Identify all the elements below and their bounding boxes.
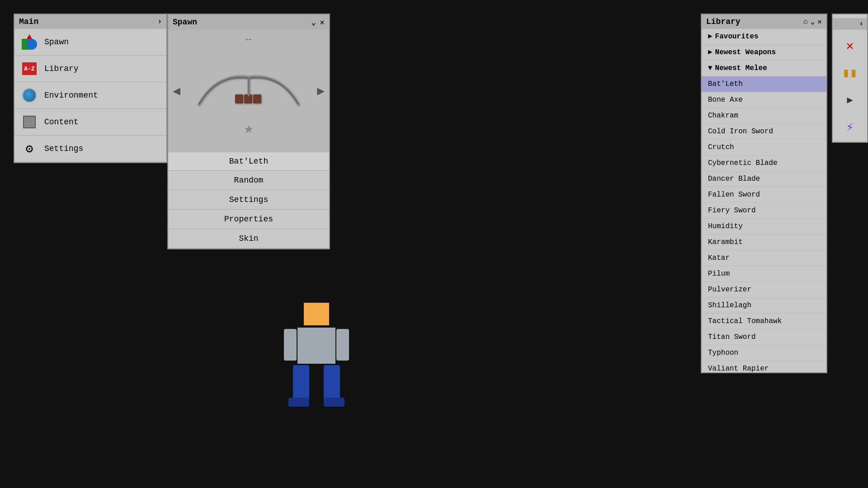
spawn-icon (21, 33, 38, 51)
main-menu-library[interactable]: A-Z Library (14, 56, 166, 82)
spawn-minimize-button[interactable]: ⌄ (311, 17, 316, 27)
spawn-resize-handle[interactable]: ↔ (246, 34, 251, 45)
gear-icon: ⚙ (26, 141, 33, 156)
character-figure (280, 303, 353, 420)
library-panel-controls: ⌂ ⌄ ✕ (803, 17, 822, 26)
bolt-icon: ⚡ (846, 119, 854, 135)
library-item-valiant-rapier[interactable]: Valiant Rapier (702, 361, 826, 372)
library-category-favourites[interactable]: ► Favourites (702, 29, 826, 45)
pages-icon: ▮▮ (842, 65, 858, 80)
library-home-button[interactable]: ⌂ (803, 18, 808, 26)
library-item-pilum[interactable]: Pilum (702, 266, 826, 282)
favourite-star[interactable]: ★ (244, 118, 254, 138)
library-item-crutch[interactable]: Crutch (702, 140, 826, 155)
svg-rect-6 (288, 398, 309, 407)
spawn-title-label: Spawn (173, 18, 197, 27)
spawn-panel-title: Spawn ⌄ ✕ (168, 14, 329, 30)
selected-weapon-name: Bat'Leth (229, 157, 268, 166)
library-item-typhoon[interactable]: Typhoon (702, 345, 826, 361)
svg-rect-3 (336, 329, 349, 361)
spawn-label: Spawn (44, 38, 69, 47)
environment-icon (21, 87, 38, 104)
library-item-tactical-tomahawk[interactable]: Tactical Tomahawk (702, 314, 826, 329)
library-title-label: Library (706, 17, 741, 26)
spawn-prev-button[interactable]: ◀ (173, 83, 180, 99)
toolbar-bolt-button[interactable]: ⚡ (837, 116, 863, 138)
spawn-skin-button[interactable]: Skin (168, 229, 329, 249)
library-item-chakram[interactable]: Chakram (702, 108, 826, 124)
x-icon: ✕ (846, 38, 854, 53)
toolbar-close-button[interactable]: ✕ (837, 34, 863, 57)
main-menu-content[interactable]: Content (14, 109, 166, 136)
right-toolbar-title: ‹ (833, 18, 867, 30)
favourites-label: Favourites (715, 33, 759, 41)
favourites-expand-icon: ► (708, 33, 712, 41)
library-panel: Library ⌂ ⌄ ✕ ► Favourites ► Newest Weap… (701, 14, 827, 373)
cursor-icon: ▶ (847, 94, 853, 106)
main-menu-environment[interactable]: Environment (14, 82, 166, 109)
library-category-newest-melee[interactable]: ▼ Newest Melee (702, 61, 826, 76)
library-category-newest-weapons[interactable]: ► Newest Weapons (702, 45, 826, 61)
library-close-button[interactable]: ✕ (817, 17, 822, 26)
newest-melee-expand-icon: ▼ (708, 64, 712, 72)
toolbar-pages-button[interactable]: ▮▮ (837, 61, 863, 84)
main-collapse-button[interactable]: › (157, 18, 162, 26)
library-item-cybernetic-blade[interactable]: Cybernetic Blade (702, 155, 826, 171)
library-panel-title: Library ⌂ ⌄ ✕ (702, 14, 826, 29)
right-toolbar: ‹ ✕ ▮▮ ▶ ⚡ (832, 14, 868, 143)
library-item-fallen-sword[interactable]: Fallen Sword (702, 187, 826, 203)
library-item-katar[interactable]: Katar (702, 250, 826, 266)
main-menu-settings[interactable]: ⚙ Settings (14, 136, 166, 162)
library-minimize-button[interactable]: ⌄ (811, 17, 815, 26)
main-title-label: Main (19, 17, 38, 26)
svg-rect-1 (297, 328, 335, 364)
weapon-preview (190, 64, 307, 118)
spawn-random-button[interactable]: Random (168, 171, 329, 190)
spawn-panel: Spawn ⌄ ✕ ↔ ◀ ★ ▶ Bat'Leth Random Setti (167, 14, 330, 249)
settings-label: Settings (44, 144, 83, 153)
library-icon: A-Z (21, 60, 38, 77)
library-item-fiery-sword[interactable]: Fiery Sword (702, 203, 826, 219)
spawn-panel-controls: ⌄ ✕ (311, 17, 325, 27)
content-label: Content (44, 117, 79, 127)
svg-rect-0 (304, 303, 329, 325)
settings-icon-box: ⚙ (21, 140, 38, 157)
svg-rect-10 (253, 94, 261, 103)
spawn-close-button[interactable]: ✕ (320, 17, 325, 27)
library-item-titan-sword[interactable]: Titan Sword (702, 329, 826, 345)
library-item-dancer-blade[interactable]: Dancer Blade (702, 171, 826, 187)
main-panel: Main › Spawn A-Z Library Environment Con… (14, 14, 167, 163)
newest-weapons-label: Newest Weapons (715, 48, 776, 56)
svg-rect-5 (324, 365, 340, 401)
library-item-cold-iron-sword[interactable]: Cold Iron Sword (702, 124, 826, 140)
spawn-properties-button[interactable]: Properties (168, 210, 329, 229)
toolbar-cursor-button[interactable]: ▶ (837, 89, 863, 111)
environment-label: Environment (44, 91, 98, 100)
library-item-batleth[interactable]: Bat'Leth (702, 76, 826, 92)
spawn-selected-name: Bat'Leth (168, 152, 329, 171)
newest-weapons-expand-icon: ► (708, 48, 712, 56)
svg-rect-7 (324, 398, 344, 407)
library-item-bone-axe[interactable]: Bone Axe (702, 92, 826, 108)
main-panel-title: Main › (14, 14, 166, 29)
spawn-settings-button[interactable]: Settings (168, 190, 329, 210)
content-icon (21, 113, 38, 131)
svg-rect-2 (284, 329, 297, 361)
library-label: Library (44, 64, 79, 73)
library-item-karambit[interactable]: Karambit (702, 235, 826, 250)
spawn-preview-area: ↔ ◀ ★ ▶ (168, 30, 329, 152)
library-scroll-area[interactable]: ► Favourites ► Newest Weapons ▼ Newest M… (702, 29, 826, 372)
spawn-next-button[interactable]: ▶ (317, 83, 325, 99)
svg-rect-4 (293, 365, 309, 401)
library-item-pulverizer[interactable]: Pulverizer (702, 282, 826, 298)
toolbar-collapse-chevron[interactable]: ‹ (859, 20, 863, 28)
library-item-humidity[interactable]: Humidity (702, 219, 826, 235)
svg-rect-8 (235, 94, 243, 103)
main-menu-spawn[interactable]: Spawn (14, 29, 166, 56)
newest-melee-label: Newest Melee (715, 64, 767, 72)
library-item-shillelagh[interactable]: Shillelagh (702, 298, 826, 314)
